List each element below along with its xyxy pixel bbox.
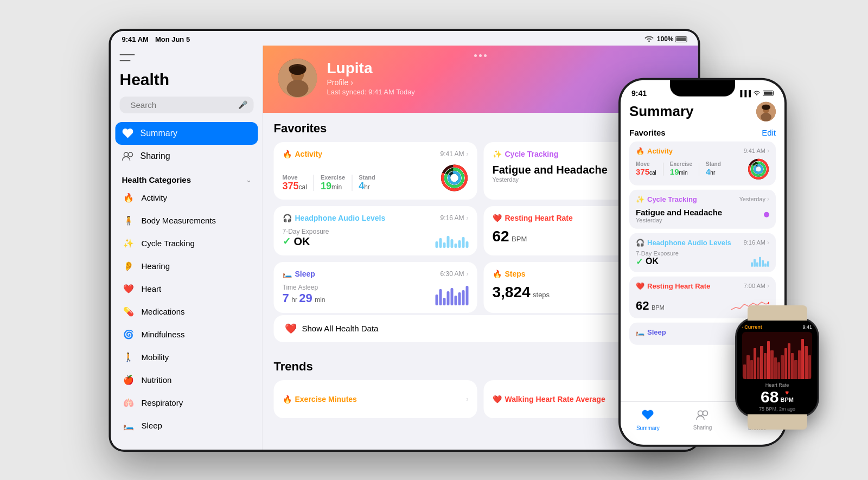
sidebar-item-sharing[interactable]: Sharing — [116, 145, 258, 168]
watch-hr-value: 68 — [761, 389, 778, 405]
iphone-cycle-title: ✨ Cycle Tracking — [636, 195, 697, 203]
tab-sharing-icon — [696, 409, 709, 423]
sidebar-item-body-measurements[interactable]: 🧍 Body Measurements — [116, 209, 258, 232]
sidebar-item-medications[interactable]: 💊 Medications — [116, 300, 258, 323]
svg-point-29 — [698, 411, 703, 415]
sleep-card-title: 🛏️ Sleep — [283, 270, 315, 278]
svg-point-21 — [762, 104, 770, 110]
sleep-chart — [436, 286, 469, 305]
mobility-icon: 🚶 — [122, 351, 135, 364]
avatar[interactable] — [278, 59, 317, 98]
cycle-dot — [764, 212, 769, 217]
watch-heart-icon: ♥ — [785, 389, 789, 396]
sharing-icon — [122, 150, 134, 162]
sidebar-item-summary-label: Summary — [141, 129, 177, 138]
svg-point-2 — [124, 152, 129, 157]
svg-point-6 — [287, 80, 309, 97]
iphone-battery-icon — [763, 90, 774, 95]
steps-icon: 🔥 — [493, 270, 502, 278]
sidebar-item-respiratory[interactable]: 🫁 Respiratory — [116, 392, 258, 414]
headphone-chart — [436, 228, 469, 248]
sidebar-item-mobility[interactable]: 🚶 Mobility — [116, 346, 258, 369]
nutrition-icon: 🍎 — [122, 374, 135, 387]
sidebar-item-hearing[interactable]: 👂 Hearing — [116, 255, 258, 278]
ipad-sidebar: Health 🎤 — [111, 46, 263, 450]
iphone-favorites-header: Favorites Edit — [629, 127, 776, 137]
activity-card[interactable]: 🔥 Activity 9:41 AM › — [274, 142, 477, 200]
sidebar-item-sharing-label: Sharing — [141, 151, 170, 161]
category-list: 🔥 Activity 🧍 Body Measurements ✨ Cycle T… — [111, 187, 263, 443]
sidebar-item-nutrition[interactable]: 🍎 Nutrition — [116, 369, 258, 392]
svg-point-17 — [756, 94, 758, 95]
ipad-device: 9:41 AM Mon Jun 5 100% — [109, 29, 700, 452]
ok-badge: ✓ OK — [283, 235, 329, 248]
sidebar-item-activity[interactable]: 🔥 Activity — [116, 187, 258, 209]
svg-point-3 — [129, 152, 133, 157]
tab-summary-icon — [642, 408, 654, 423]
sidebar-title: Health — [120, 71, 254, 89]
headphone-card[interactable]: 🎧 Headphone Audio Levels 9:16 AM › — [274, 206, 477, 255]
mic-icon[interactable]: 🎤 — [238, 100, 247, 109]
battery-icon: 100% — [657, 35, 687, 43]
iphone-headphone-title: 🎧 Headphone Audio Levels — [636, 238, 731, 246]
iphone-summary-title: Summary — [629, 103, 694, 120]
sidebar-item-cycle-tracking[interactable]: ✨ Cycle Tracking — [116, 232, 258, 255]
iphone-time: 9:41 — [631, 85, 647, 97]
watch-band-top — [748, 305, 807, 321]
sidebar-item-sleep[interactable]: 🛏️ Sleep — [116, 414, 258, 437]
watch-band-bottom — [748, 414, 807, 430]
sidebar-section-header: Health Categories ⌄ — [111, 172, 263, 187]
trend-exercise-label: 🔥 Exercise Minutes — [283, 395, 357, 404]
iphone-wifi-icon — [753, 89, 761, 97]
ipad-time: 9:41 AM — [122, 35, 149, 43]
sidebar-search[interactable]: 🎤 — [120, 97, 254, 113]
iphone-hr-title: ❤️ Resting Heart Rate — [636, 281, 710, 290]
iphone-activity-title: 🔥 Activity — [636, 146, 673, 155]
svg-point-10 — [290, 66, 305, 75]
iphone-avatar[interactable] — [756, 101, 776, 121]
respiratory-icon: 🫁 — [122, 396, 135, 409]
sidebar-item-summary[interactable]: Summary — [116, 122, 258, 145]
svg-point-28 — [768, 302, 770, 304]
ipad-status-bar: 9:41 AM Mon Jun 5 100% — [111, 31, 698, 46]
iphone-signal-icon: ▐▐▐ — [738, 89, 751, 96]
heart-red-icon: ❤️ — [493, 214, 502, 222]
headphone-icon: 🎧 — [283, 214, 292, 222]
profile-link[interactable]: Profile › — [327, 78, 415, 87]
heart-show-all-icon: ❤️ — [285, 323, 297, 335]
sleep-card-icon: 🛏️ — [283, 270, 292, 278]
trend-card-exercise[interactable]: 🔥 Exercise Minutes › — [274, 380, 477, 418]
tab-summary[interactable]: Summary — [631, 408, 664, 431]
sidebar-item-mindfulness[interactable]: 🌀 Mindfulness — [116, 323, 258, 346]
heart-fill-icon — [122, 127, 134, 139]
sidebar-nav: Summary Sharing — [111, 122, 263, 168]
symptoms-icon: 📋 — [122, 442, 135, 443]
activity-card-icon: 🔥 — [283, 150, 292, 158]
iphone-activity-rings — [748, 158, 769, 180]
iphone-cycle-card[interactable]: ✨ Cycle Tracking Yesterday › Fatigue and… — [629, 189, 776, 228]
svg-point-27 — [755, 165, 762, 172]
activity-card-title: 🔥 Activity — [283, 150, 323, 158]
sleep-card[interactable]: 🛏️ Sleep 6:30 AM › — [274, 262, 477, 313]
wifi-icon — [645, 35, 654, 43]
sidebar-item-heart[interactable]: ❤️ Heart — [116, 278, 258, 300]
iphone-activity-card[interactable]: 🔥 Activity 9:41 AM › Move 375cal — [629, 141, 776, 185]
search-input[interactable] — [131, 100, 234, 110]
steps-value: 3,824 — [493, 284, 531, 300]
headphone-time: 9:16 AM › — [440, 214, 468, 222]
sidebar-toggle[interactable] — [120, 52, 135, 64]
iphone-headphone-card[interactable]: 🎧 Headphone Audio Levels 9:16 AM › 7-Day… — [629, 233, 776, 272]
tab-sharing[interactable]: Sharing — [686, 409, 719, 430]
watch-hr-label: Heart Rate — [742, 382, 812, 388]
iphone-edit-button[interactable]: Edit — [762, 127, 776, 137]
sleep-icon: 🛏️ — [122, 419, 135, 432]
activity-icon: 🔥 — [122, 191, 135, 204]
chevron-down-icon[interactable]: ⌄ — [246, 176, 252, 184]
cycle-icon: ✨ — [122, 237, 135, 250]
sidebar-item-symptoms[interactable]: 📋 Symptoms — [116, 437, 258, 443]
activity-rings — [441, 164, 469, 192]
watch-hr-chart — [742, 332, 812, 379]
watch-screen: ‹ Current 9:41 — [737, 319, 818, 416]
iphone-ok-badge: ✓ OK — [636, 256, 679, 266]
watch-sub-text: 75 BPM, 2m ago — [742, 406, 812, 412]
